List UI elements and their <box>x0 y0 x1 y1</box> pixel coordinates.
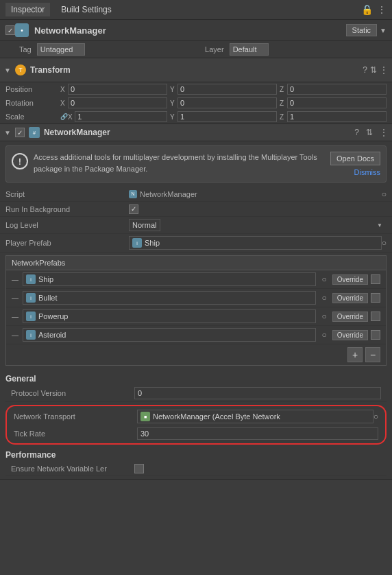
scale-y-axis: Y <box>170 113 177 121</box>
scale-x-input[interactable] <box>75 111 167 122</box>
nm-collapse[interactable]: ▼ <box>4 129 11 137</box>
scale-z-input[interactable] <box>287 111 387 122</box>
nm-active-checkbox[interactable]: ✓ <box>15 128 25 137</box>
prefab-bullet-row: — i Bullet ○ Override <box>6 289 386 307</box>
prefab-ship-target-icon[interactable]: ○ <box>321 274 326 284</box>
prefab-powerup-override-button[interactable]: Override <box>332 312 368 322</box>
position-row: Position X Y Z <box>0 82 392 96</box>
script-label: Script <box>5 190 129 198</box>
tag-layer-row: Tag Untagged Layer Default <box>0 41 392 58</box>
position-x-input[interactable] <box>68 84 167 95</box>
position-z-input[interactable] <box>287 84 387 95</box>
scale-y-item: Y <box>170 111 277 122</box>
ensure-network-variable-row: Ensure Network Variable Ler <box>5 461 387 476</box>
prefab-powerup-icon: i <box>26 312 36 321</box>
player-prefab-target-icon[interactable]: ○ <box>382 238 387 248</box>
ensure-network-variable-checkbox[interactable] <box>134 464 144 473</box>
script-field-row: Script N NetworkManager ○ <box>0 187 392 202</box>
transform-header-icons: ? ⇅ ⋮ <box>363 61 388 79</box>
info-actions: Open Docs Dismiss <box>330 152 380 176</box>
nm-more-icon[interactable]: ⋮ <box>380 128 388 137</box>
scale-row: Scale 🔗 X Y Z <box>0 110 392 124</box>
prefab-bullet-arrow: — <box>12 294 20 302</box>
position-xyz: X Y Z <box>60 84 387 95</box>
prefab-asteroid-arrow: — <box>12 331 20 339</box>
transform-collapse[interactable]: ▼ <box>4 67 11 74</box>
transform-more-icon[interactable]: ⋮ <box>380 65 388 75</box>
prefab-asteroid-override-button[interactable]: Override <box>332 330 368 340</box>
rotation-z-item: Z <box>280 97 387 108</box>
script-value: N NetworkManager <box>129 190 382 198</box>
position-label: Position <box>5 85 60 93</box>
prefab-bullet-target-icon[interactable]: ○ <box>321 293 326 303</box>
tag-label: Tag <box>19 45 32 54</box>
scale-y-input[interactable] <box>177 111 277 122</box>
prefab-ship-icon: i <box>26 274 36 284</box>
more-icon[interactable]: ⋮ <box>377 4 387 15</box>
scale-x-axis: X <box>68 113 75 121</box>
prefab-bullet-override-button[interactable]: Override <box>332 293 368 303</box>
tab-build-settings[interactable]: Build Settings <box>56 3 117 16</box>
position-y-input[interactable] <box>177 84 277 95</box>
run-in-background-checkbox[interactable]: ✓ <box>129 204 138 214</box>
nm-settings-icon[interactable]: ⇅ <box>366 128 373 137</box>
transform-title: Transform <box>30 65 358 75</box>
prefab-bullet-override-checkbox[interactable] <box>371 293 380 303</box>
network-transport-highlighted: Network Transport ■ NetworkManager (Acce… <box>5 405 387 445</box>
position-x-item: X <box>60 84 167 95</box>
rotation-x-input[interactable] <box>68 97 167 108</box>
position-y-axis: Y <box>170 86 177 93</box>
nm-help-icon[interactable]: ? <box>354 128 359 137</box>
player-prefab-field: i Ship <box>129 236 382 250</box>
lock-icon[interactable]: 🔒 <box>361 4 373 15</box>
tick-rate-input[interactable] <box>137 427 378 440</box>
prefab-asteroid-target-icon[interactable]: ○ <box>321 330 326 340</box>
prefab-powerup-override-checkbox[interactable] <box>371 312 380 321</box>
prefab-asteroid-override-checkbox[interactable] <box>371 330 380 340</box>
gameobject-header: ✓ • NetworkManager Static ▼ <box>0 20 392 41</box>
dismiss-button[interactable]: Dismiss <box>354 168 381 176</box>
add-prefab-button[interactable]: + <box>347 347 363 362</box>
rotation-row: Rotation X Y Z <box>0 96 392 110</box>
ensure-network-variable-label: Ensure Network Variable Ler <box>11 465 134 473</box>
rotation-z-axis: Z <box>280 99 287 107</box>
rotation-y-input[interactable] <box>177 97 277 108</box>
remove-prefab-button[interactable]: − <box>365 347 380 362</box>
run-in-background-row: Run In Background ✓ <box>0 202 392 217</box>
position-z-axis: Z <box>280 86 287 93</box>
open-docs-button[interactable]: Open Docs <box>330 152 380 165</box>
info-icon: ! <box>12 153 28 169</box>
tick-rate-row: Tick Rate <box>8 425 384 442</box>
prefab-powerup-target-icon[interactable]: ○ <box>321 312 326 321</box>
network-transport-name: NetworkManager (Accel Byte Network <box>153 412 370 421</box>
scale-z-item: Z <box>280 111 387 122</box>
network-transport-label: Network Transport <box>14 412 137 421</box>
static-button[interactable]: Static <box>346 24 378 36</box>
transform-settings-icon[interactable]: ⇅ <box>370 65 377 75</box>
tag-dropdown[interactable]: Untagged <box>37 43 85 56</box>
script-target-icon[interactable]: ○ <box>382 189 387 199</box>
prefab-ship-override-checkbox[interactable] <box>371 274 380 284</box>
nm-title: NetworkManager <box>44 128 350 137</box>
transform-help-icon[interactable]: ? <box>363 65 367 75</box>
position-z-item: Z <box>280 84 387 95</box>
rotation-z-input[interactable] <box>287 97 387 108</box>
rotation-label: Rotation <box>5 99 60 107</box>
tick-rate-label: Tick Rate <box>14 430 137 438</box>
prefab-powerup-name: Powerup <box>38 312 313 320</box>
rotation-x-axis: X <box>60 99 68 107</box>
layer-dropdown[interactable]: Default <box>230 43 269 56</box>
scale-link-icon: 🔗 <box>60 113 68 120</box>
network-transport-target-icon[interactable]: ○ <box>373 412 378 421</box>
protocol-version-input[interactable] <box>134 387 381 399</box>
script-name: NetworkManager <box>140 190 197 198</box>
log-level-select[interactable]: Normal <box>129 219 160 231</box>
tab-inspector[interactable]: Inspector <box>5 3 50 16</box>
player-prefab-row: Player Prefab i Ship ○ <box>0 234 392 253</box>
prefab-ship-override-button[interactable]: Override <box>332 274 368 285</box>
rotation-y-axis: Y <box>170 99 177 107</box>
gameobject-active-checkbox[interactable]: ✓ <box>5 25 15 35</box>
static-dropdown-arrow[interactable]: ▼ <box>380 27 387 34</box>
top-bar-icons: 🔒 ⋮ <box>361 4 387 15</box>
scale-xyz: 🔗 X Y Z <box>60 111 387 122</box>
